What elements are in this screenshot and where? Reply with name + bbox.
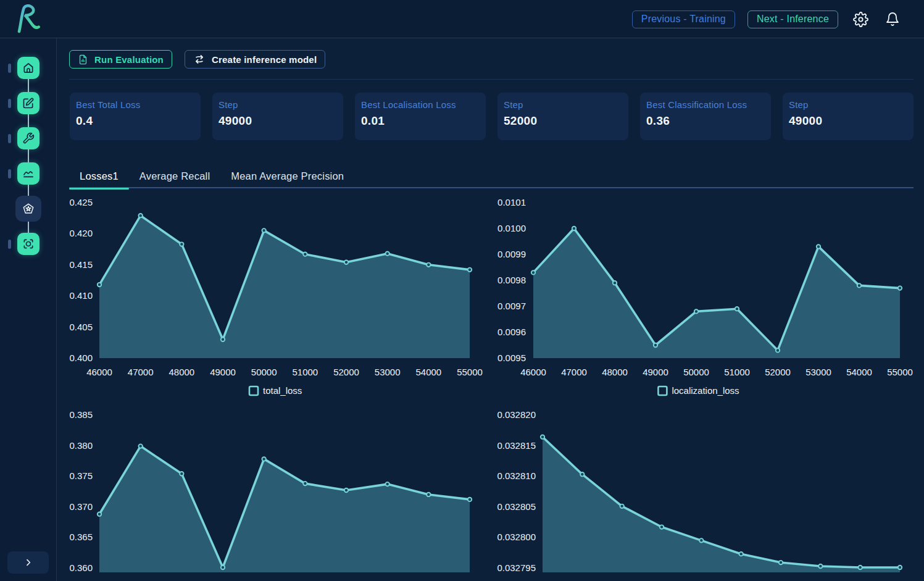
create-inference-model-button[interactable]: Create inference model: [185, 50, 325, 69]
chart-plot[interactable]: 0.3850.3800.3750.3700.3650.3604600047000…: [69, 409, 491, 581]
wrench-icon[interactable]: [17, 127, 40, 149]
app-header: Previous - Training Next - Inference: [0, 0, 924, 38]
y-axis-tick-label: 0.032810: [497, 470, 536, 481]
series-point[interactable]: [857, 283, 861, 287]
series-point[interactable]: [818, 564, 822, 568]
stat-label: Best Classification Loss: [646, 99, 765, 110]
notifications-icon[interactable]: [885, 12, 900, 27]
chart-icon[interactable]: [17, 162, 40, 185]
series-point[interactable]: [385, 251, 389, 255]
series-point[interactable]: [427, 493, 430, 496]
series-point[interactable]: [572, 227, 576, 230]
stat-card-best-total-loss: Best Total Loss 0.4: [70, 93, 201, 140]
y-axis-tick-label: 0.032795: [497, 562, 536, 573]
y-axis-tick-label: 0.370: [69, 501, 93, 512]
icon-graphic: [22, 202, 35, 215]
series-point[interactable]: [858, 566, 862, 569]
tab-mean-average-precision[interactable]: Mean Average Precision: [220, 164, 354, 188]
series-point[interactable]: [739, 552, 743, 556]
tab-average-recall[interactable]: Average Recall: [129, 164, 220, 188]
series-point[interactable]: [138, 214, 142, 217]
y-axis-tick-label: 0.0098: [497, 275, 526, 285]
y-axis-tick-label: 0.0097: [497, 301, 526, 311]
series-point[interactable]: [898, 286, 902, 290]
y-axis-tick-label: 0.415: [69, 259, 93, 270]
series-point[interactable]: [531, 270, 535, 274]
chart-classification-loss[interactable]: 0.3850.3800.3750.3700.3650.3604600047000…: [69, 409, 491, 581]
series-point[interactable]: [344, 261, 348, 264]
scan-icon[interactable]: [17, 233, 40, 255]
y-axis-tick-label: 0.410: [69, 290, 93, 301]
series-point[interactable]: [468, 268, 472, 272]
tab-losses1[interactable]: Losses1: [69, 164, 129, 188]
series-point[interactable]: [468, 498, 472, 501]
x-axis-tick-label: 47000: [128, 367, 154, 377]
series-point[interactable]: [262, 457, 265, 461]
series-point[interactable]: [385, 482, 389, 486]
series-point[interactable]: [180, 472, 183, 475]
series-point[interactable]: [580, 472, 584, 476]
icon-graphic: [78, 54, 88, 65]
series-point[interactable]: [817, 245, 820, 248]
y-axis-tick-label: 0.385: [69, 409, 93, 420]
icon-graphic: [22, 132, 35, 144]
sidebar-collapse-button[interactable]: [7, 551, 49, 574]
next-inference-button[interactable]: Next - Inference: [747, 10, 838, 28]
x-axis-tick-label: 51000: [292, 367, 318, 377]
chart-regularization-loss[interactable]: 0.0328200.0328150.0328100.0328050.032800…: [491, 409, 914, 581]
settings-icon[interactable]: [853, 12, 868, 27]
series-point[interactable]: [138, 444, 142, 448]
y-axis-tick-label: 0.365: [69, 532, 93, 542]
series-point[interactable]: [221, 338, 225, 341]
series-point[interactable]: [262, 228, 265, 232]
step-dash: [8, 134, 11, 143]
series-point[interactable]: [776, 348, 780, 352]
x-axis-tick-label: 52000: [333, 367, 359, 377]
chevron-right-icon: [23, 558, 33, 567]
evaluation-dashboard: { "header": { "logo": "R", "prev_button"…: [0, 0, 924, 581]
chart-plot[interactable]: 0.01010.01000.00990.00980.00970.00960.00…: [491, 196, 914, 400]
run-evaluation-label: Run Evaluation: [94, 54, 164, 65]
icon-graphic: [22, 97, 35, 109]
series-point[interactable]: [735, 307, 739, 311]
series-point[interactable]: [427, 263, 430, 267]
series-point[interactable]: [303, 482, 307, 485]
series-point[interactable]: [660, 525, 664, 529]
series-point[interactable]: [699, 538, 703, 542]
series-point[interactable]: [180, 242, 183, 246]
series-point[interactable]: [98, 512, 101, 516]
series-point[interactable]: [98, 283, 101, 286]
sidebar-item-evaluation: [0, 198, 57, 220]
stat-label: Best Total Loss: [76, 99, 194, 110]
stat-label: Step: [219, 99, 337, 110]
chart-plot[interactable]: 0.0328200.0328150.0328100.0328050.032800…: [491, 409, 914, 581]
series-point[interactable]: [654, 343, 657, 347]
x-axis-tick-label: 55000: [887, 367, 913, 377]
chart-localization-loss[interactable]: 0.01010.01000.00990.00980.00970.00960.00…: [491, 196, 914, 400]
icon-graphic: [15, 4, 42, 34]
app-logo[interactable]: [15, 4, 42, 36]
home-icon[interactable]: [17, 57, 40, 79]
chart-total-loss[interactable]: 0.4250.4200.4150.4100.4050.4004600047000…: [69, 196, 491, 400]
series-point[interactable]: [694, 309, 698, 313]
chart-plot[interactable]: 0.4250.4200.4150.4100.4050.4004600047000…: [69, 196, 491, 400]
series-area: [99, 446, 470, 572]
x-axis-tick-label: 51000: [724, 367, 750, 377]
series-point[interactable]: [303, 252, 307, 256]
series-point[interactable]: [620, 504, 623, 508]
legend-item[interactable]: localization_loss: [658, 385, 739, 396]
run-evaluation-button[interactable]: Run Evaluation: [69, 50, 172, 69]
x-axis-tick-label: 46000: [86, 367, 112, 377]
series-point[interactable]: [221, 566, 225, 569]
pentagon-icon[interactable]: [15, 196, 41, 222]
series-point[interactable]: [344, 488, 348, 492]
series-point[interactable]: [898, 566, 902, 569]
y-axis-tick-label: 0.032820: [497, 409, 536, 420]
edit-icon[interactable]: [17, 92, 40, 114]
sidebar-item-metrics: [0, 162, 57, 185]
legend-item[interactable]: total_loss: [249, 385, 302, 396]
series-point[interactable]: [779, 561, 783, 564]
series-point[interactable]: [541, 435, 544, 439]
previous-training-button[interactable]: Previous - Training: [632, 10, 735, 28]
series-point[interactable]: [613, 281, 617, 285]
